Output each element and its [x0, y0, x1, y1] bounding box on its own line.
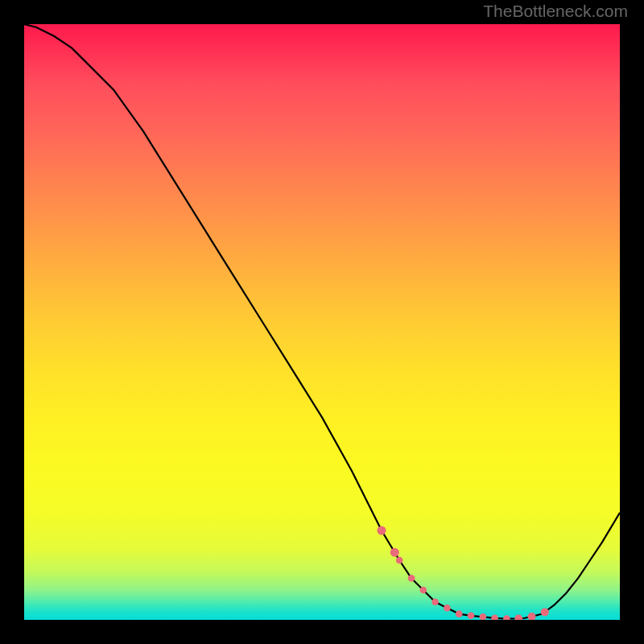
curve-dot [456, 610, 463, 617]
chart-container [24, 24, 620, 620]
curve-dot [491, 614, 498, 620]
curve-dot [431, 599, 439, 606]
curve-dot [396, 557, 403, 564]
curve-dot [378, 526, 386, 535]
dot-group [378, 526, 549, 621]
curve-dot [390, 548, 399, 557]
curve-dot [480, 613, 487, 620]
curve-dot [408, 575, 415, 582]
curve-dot [444, 605, 451, 612]
chart-curve-svg [24, 24, 620, 620]
watermark-text: TheBottleneck.com [483, 2, 628, 21]
curve-dot [503, 615, 510, 620]
curve-dot [527, 613, 535, 620]
curve-dot [468, 613, 475, 620]
curve-dot [514, 615, 522, 620]
curve-dot [420, 587, 427, 594]
curve-dot [541, 608, 549, 616]
curve-line [24, 24, 620, 619]
curve-group [24, 24, 620, 619]
